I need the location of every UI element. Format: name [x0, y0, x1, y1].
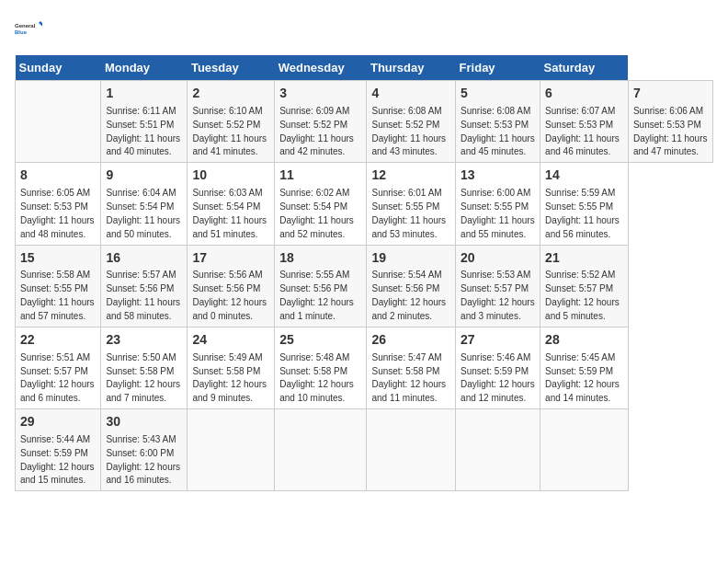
- day-header-thursday: Thursday: [367, 55, 456, 81]
- day-info: Sunrise: 5:59 AMSunset: 5:55 PMDaylight:…: [545, 188, 620, 239]
- day-info: Sunrise: 6:01 AMSunset: 5:55 PMDaylight:…: [371, 188, 446, 239]
- svg-text:Blue: Blue: [15, 29, 28, 35]
- calendar-cell: 14 Sunrise: 5:59 AMSunset: 5:55 PMDaylig…: [540, 163, 629, 245]
- page-header: General Blue: [15, 15, 713, 44]
- day-info: Sunrise: 5:43 AMSunset: 6:00 PMDaylight:…: [106, 434, 180, 486]
- week-row-5: 29 Sunrise: 5:44 AMSunset: 5:59 PMDaylig…: [16, 409, 713, 491]
- day-header-monday: Monday: [101, 55, 188, 81]
- calendar-cell: 5 Sunrise: 6:08 AMSunset: 5:53 PMDayligh…: [456, 81, 540, 163]
- calendar-cell: 2 Sunrise: 6:10 AMSunset: 5:52 PMDayligh…: [188, 81, 275, 163]
- day-number: 15: [20, 249, 96, 267]
- calendar-cell: 28 Sunrise: 5:45 AMSunset: 5:59 PMDaylig…: [540, 327, 629, 408]
- calendar-cell: 6 Sunrise: 6:07 AMSunset: 5:53 PMDayligh…: [540, 81, 629, 163]
- day-header-tuesday: Tuesday: [188, 55, 275, 81]
- calendar-cell: 18 Sunrise: 5:55 AMSunset: 5:56 PMDaylig…: [275, 245, 367, 327]
- calendar-cell: 16 Sunrise: 5:57 AMSunset: 5:56 PMDaylig…: [101, 245, 188, 327]
- calendar-cell: [456, 409, 540, 491]
- calendar-cell: 21 Sunrise: 5:52 AMSunset: 5:57 PMDaylig…: [540, 245, 629, 327]
- day-info: Sunrise: 5:47 AMSunset: 5:58 PMDaylight:…: [371, 352, 446, 404]
- calendar-cell: [188, 409, 275, 491]
- svg-marker-2: [39, 21, 42, 23]
- day-number: 6: [545, 85, 623, 102]
- week-row-2: 8 Sunrise: 6:05 AMSunset: 5:53 PMDayligh…: [16, 163, 713, 245]
- week-row-1: 1 Sunrise: 6:11 AMSunset: 5:51 PMDayligh…: [16, 81, 713, 163]
- day-info: Sunrise: 5:56 AMSunset: 5:56 PMDaylight:…: [192, 270, 267, 321]
- day-info: Sunrise: 5:58 AMSunset: 5:55 PMDaylight:…: [20, 270, 95, 321]
- header-row: SundayMondayTuesdayWednesdayThursdayFrid…: [16, 55, 713, 81]
- calendar-cell: 12 Sunrise: 6:01 AMSunset: 5:55 PMDaylig…: [367, 163, 456, 245]
- calendar-cell: [540, 409, 629, 491]
- day-info: Sunrise: 6:08 AMSunset: 5:53 PMDaylight:…: [461, 106, 535, 157]
- calendar-cell: 7 Sunrise: 6:06 AMSunset: 5:53 PMDayligh…: [628, 81, 712, 163]
- day-info: Sunrise: 5:52 AMSunset: 5:57 PMDaylight:…: [545, 270, 620, 321]
- calendar-cell: [16, 81, 101, 163]
- week-row-3: 15 Sunrise: 5:58 AMSunset: 5:55 PMDaylig…: [16, 245, 713, 327]
- calendar-cell: 11 Sunrise: 6:02 AMSunset: 5:54 PMDaylig…: [275, 163, 367, 245]
- day-number: 21: [545, 249, 623, 267]
- day-number: 28: [545, 331, 623, 349]
- day-number: 20: [461, 249, 535, 267]
- day-number: 27: [461, 331, 535, 349]
- day-info: Sunrise: 5:55 AMSunset: 5:56 PMDaylight:…: [279, 270, 354, 321]
- day-header-sunday: Sunday: [16, 55, 101, 81]
- calendar-table: SundayMondayTuesdayWednesdayThursdayFrid…: [15, 55, 713, 491]
- day-info: Sunrise: 5:49 AMSunset: 5:58 PMDaylight:…: [192, 352, 267, 404]
- day-number: 14: [545, 167, 623, 184]
- day-header-wednesday: Wednesday: [275, 55, 367, 81]
- calendar-cell: 29 Sunrise: 5:44 AMSunset: 5:59 PMDaylig…: [16, 409, 101, 491]
- week-row-4: 22 Sunrise: 5:51 AMSunset: 5:57 PMDaylig…: [16, 327, 713, 408]
- day-info: Sunrise: 5:54 AMSunset: 5:56 PMDaylight:…: [371, 270, 446, 321]
- day-info: Sunrise: 6:05 AMSunset: 5:53 PMDaylight:…: [20, 188, 95, 239]
- day-number: 29: [20, 413, 96, 431]
- day-number: 1: [106, 85, 182, 102]
- day-info: Sunrise: 6:02 AMSunset: 5:54 PMDaylight:…: [279, 188, 354, 239]
- calendar-cell: 20 Sunrise: 5:53 AMSunset: 5:57 PMDaylig…: [456, 245, 540, 327]
- day-info: Sunrise: 5:48 AMSunset: 5:58 PMDaylight:…: [279, 352, 354, 404]
- calendar-cell: 24 Sunrise: 5:49 AMSunset: 5:58 PMDaylig…: [188, 327, 275, 408]
- day-info: Sunrise: 6:10 AMSunset: 5:52 PMDaylight:…: [192, 106, 267, 157]
- day-info: Sunrise: 5:44 AMSunset: 5:59 PMDaylight:…: [20, 434, 95, 486]
- calendar-cell: 22 Sunrise: 5:51 AMSunset: 5:57 PMDaylig…: [16, 327, 101, 408]
- svg-text:General: General: [15, 23, 36, 29]
- day-number: 13: [461, 167, 535, 184]
- svg-marker-3: [39, 23, 42, 27]
- day-info: Sunrise: 5:50 AMSunset: 5:58 PMDaylight:…: [106, 352, 180, 404]
- day-number: 26: [371, 331, 450, 349]
- calendar-cell: 3 Sunrise: 6:09 AMSunset: 5:52 PMDayligh…: [275, 81, 367, 163]
- day-header-friday: Friday: [456, 55, 540, 81]
- day-number: 17: [192, 249, 269, 267]
- day-number: 24: [192, 331, 269, 349]
- calendar-cell: 1 Sunrise: 6:11 AMSunset: 5:51 PMDayligh…: [101, 81, 188, 163]
- day-info: Sunrise: 6:11 AMSunset: 5:51 PMDaylight:…: [106, 106, 180, 157]
- day-number: 22: [20, 331, 96, 349]
- day-info: Sunrise: 6:06 AMSunset: 5:53 PMDaylight:…: [633, 106, 708, 157]
- day-number: 19: [371, 249, 450, 267]
- calendar-cell: 23 Sunrise: 5:50 AMSunset: 5:58 PMDaylig…: [101, 327, 188, 408]
- calendar-cell: 19 Sunrise: 5:54 AMSunset: 5:56 PMDaylig…: [367, 245, 456, 327]
- day-info: Sunrise: 5:53 AMSunset: 5:57 PMDaylight:…: [461, 270, 535, 321]
- calendar-cell: 10 Sunrise: 6:03 AMSunset: 5:54 PMDaylig…: [188, 163, 275, 245]
- day-number: 2: [192, 85, 269, 102]
- day-header-saturday: Saturday: [540, 55, 629, 81]
- calendar-cell: [275, 409, 367, 491]
- calendar-cell: 13 Sunrise: 6:00 AMSunset: 5:55 PMDaylig…: [456, 163, 540, 245]
- logo: General Blue: [15, 15, 44, 44]
- day-info: Sunrise: 6:09 AMSunset: 5:52 PMDaylight:…: [279, 106, 354, 157]
- calendar-cell: 27 Sunrise: 5:46 AMSunset: 5:59 PMDaylig…: [456, 327, 540, 408]
- calendar-cell: 9 Sunrise: 6:04 AMSunset: 5:54 PMDayligh…: [101, 163, 188, 245]
- calendar-cell: 8 Sunrise: 6:05 AMSunset: 5:53 PMDayligh…: [16, 163, 101, 245]
- day-number: 23: [106, 331, 182, 349]
- calendar-cell: 4 Sunrise: 6:08 AMSunset: 5:52 PMDayligh…: [367, 81, 456, 163]
- day-info: Sunrise: 5:45 AMSunset: 5:59 PMDaylight:…: [545, 352, 620, 404]
- day-number: 18: [279, 249, 361, 267]
- day-number: 12: [371, 167, 450, 184]
- day-number: 4: [371, 85, 450, 102]
- day-info: Sunrise: 5:46 AMSunset: 5:59 PMDaylight:…: [461, 352, 535, 404]
- day-number: 11: [279, 167, 361, 184]
- calendar-cell: 25 Sunrise: 5:48 AMSunset: 5:58 PMDaylig…: [275, 327, 367, 408]
- day-number: 10: [192, 167, 269, 184]
- day-info: Sunrise: 6:03 AMSunset: 5:54 PMDaylight:…: [192, 188, 267, 239]
- calendar-cell: 15 Sunrise: 5:58 AMSunset: 5:55 PMDaylig…: [16, 245, 101, 327]
- day-info: Sunrise: 6:08 AMSunset: 5:52 PMDaylight:…: [371, 106, 446, 157]
- day-info: Sunrise: 5:51 AMSunset: 5:57 PMDaylight:…: [20, 352, 95, 404]
